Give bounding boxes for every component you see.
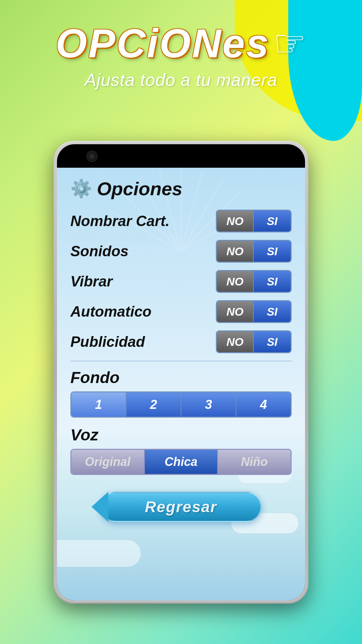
voz-btn-chica[interactable]: Chica <box>145 450 218 474</box>
fondo-label: Fondo <box>70 368 292 387</box>
regresar-arrow-icon <box>92 492 108 522</box>
fondo-btn-2[interactable]: 2 <box>126 392 181 417</box>
fondo-btn-3[interactable]: 3 <box>181 392 236 417</box>
option-row-publicidad: Publicidad NO SI <box>70 330 292 353</box>
option-row-automatico: Automatico NO SI <box>70 300 292 323</box>
option-row-nombrar: Nombrar Cart. NO SI <box>70 210 292 232</box>
camera <box>87 152 97 161</box>
option-label-vibrar: Vibrar <box>70 273 113 290</box>
toggle-nombrar[interactable]: NO SI <box>216 210 292 232</box>
toggle-automatico-si[interactable]: SI <box>254 301 291 322</box>
option-row-vibrar: Vibrar NO SI <box>70 270 292 293</box>
fondo-btn-4[interactable]: 4 <box>236 392 291 417</box>
header: OPCiONes ☞ Ajusta todo a tu manera <box>0 0 362 90</box>
option-label-publicidad: Publicidad <box>70 333 145 350</box>
toggle-sonidos-no[interactable]: NO <box>217 241 254 262</box>
voz-btn-nino[interactable]: Niño <box>218 450 291 474</box>
toggle-nombrar-no[interactable]: NO <box>217 211 254 231</box>
device-inner: ⚙️ Opciones Nombrar Cart. NO SI <box>57 144 305 600</box>
option-label-sonidos: Sonidos <box>70 243 129 260</box>
fondo-btn-1[interactable]: 1 <box>71 392 126 417</box>
option-row-sonidos: Sonidos NO SI <box>70 240 292 263</box>
toggle-publicidad-no[interactable]: NO <box>217 331 254 352</box>
regresar-wrapper: Regresar <box>70 492 292 522</box>
toggle-publicidad-si[interactable]: SI <box>254 331 291 352</box>
toggle-nombrar-si[interactable]: SI <box>254 211 291 231</box>
page-subtitle: Ajusta todo a tu manera <box>0 70 362 90</box>
toggle-sonidos[interactable]: NO SI <box>216 240 292 263</box>
cloud-decoration-2 <box>57 540 141 567</box>
fondo-buttons-group[interactable]: 1 2 3 4 <box>70 391 292 418</box>
screen-title-text: Opciones <box>97 178 182 200</box>
voz-buttons-group[interactable]: Original Chica Niño <box>70 449 292 475</box>
gear-icon: ⚙️ <box>70 178 92 199</box>
voz-label: Voz <box>70 426 292 444</box>
page-title: OPCiONes <box>56 20 270 66</box>
toggle-automatico[interactable]: NO SI <box>216 300 292 323</box>
device-frame: ⚙️ Opciones Nombrar Cart. NO SI <box>54 141 308 604</box>
toggle-publicidad[interactable]: NO SI <box>216 330 292 353</box>
toggle-automatico-no[interactable]: NO <box>217 301 254 322</box>
screen-content: ⚙️ Opciones Nombrar Cart. NO SI <box>57 168 305 600</box>
device-outer: ⚙️ Opciones Nombrar Cart. NO SI <box>54 141 308 604</box>
toggle-vibrar-si[interactable]: SI <box>254 271 291 292</box>
hand-icon: ☞ <box>273 22 306 65</box>
option-label-automatico: Automatico <box>70 303 152 320</box>
voz-btn-original[interactable]: Original <box>71 450 145 474</box>
toggle-vibrar[interactable]: NO SI <box>216 270 292 293</box>
regresar-label: Regresar <box>145 498 217 516</box>
toggle-vibrar-no[interactable]: NO <box>217 271 254 292</box>
regresar-button[interactable]: Regresar <box>101 492 261 522</box>
divider <box>70 361 292 362</box>
screen-title-row: ⚙️ Opciones <box>70 178 292 200</box>
options-section: Nombrar Cart. NO SI Sonidos NO SI <box>70 210 292 353</box>
toggle-sonidos-si[interactable]: SI <box>254 241 291 262</box>
option-label-nombrar: Nombrar Cart. <box>70 213 170 229</box>
